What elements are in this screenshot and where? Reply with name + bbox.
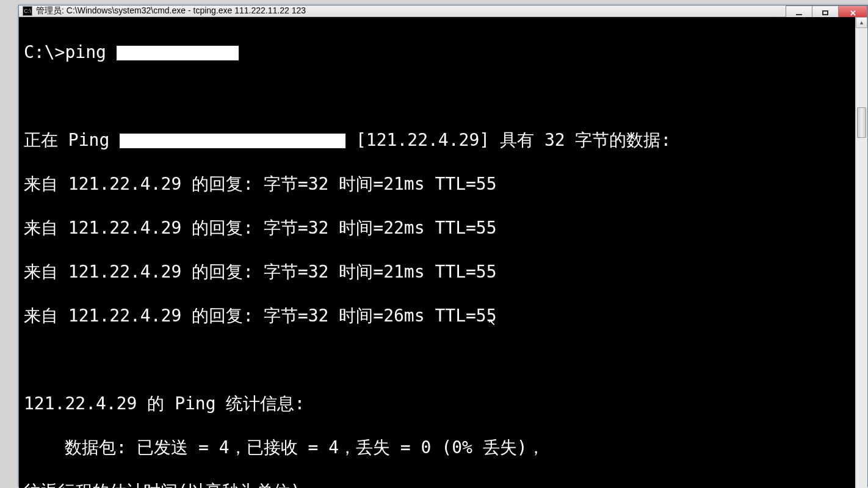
cmd-icon: C:\ [23,6,32,16]
terminal-area: C:\>ping 正在 Ping [121.22.4.29] 具有 32 字节的… [19,17,867,488]
redacted-fqdn [120,134,345,148]
terminal-output[interactable]: C:\>ping 正在 Ping [121.22.4.29] 具有 32 字节的… [19,17,867,488]
scroll-up-arrow-icon[interactable]: ▲ [856,17,867,28]
cmd-line: C:\>ping [24,41,863,63]
ping-reply: 来自 121.22.4.29 的回复: 字节=32 时间=26ms TTL=55 [24,305,863,327]
stats-packets: 数据包: 已发送 = 4，已接收 = 4，丢失 = 0 (0% 丢失)， [24,437,863,459]
scroll-thumb[interactable] [857,107,866,138]
vertical-scrollbar[interactable]: ▲ ▼ [855,17,867,488]
rtt-header: 往返行程的估计时间(以毫秒为单位): [24,481,863,488]
window-title: 管理员: C:\Windows\system32\cmd.exe - tcpin… [36,5,306,16]
ping-header: 正在 Ping [121.22.4.29] 具有 32 字节的数据: [24,129,863,151]
stats-header: 121.22.4.29 的 Ping 统计信息: [24,393,863,415]
ping-reply: 来自 121.22.4.29 的回复: 字节=32 时间=22ms TTL=55 [24,217,863,239]
cmd-window: C:\ 管理员: C:\Windows\system32\cmd.exe - t… [18,5,868,487]
ping-reply: 来自 121.22.4.29 的回复: 字节=32 时间=21ms TTL=55 [24,173,863,195]
redacted-hostname [117,46,239,60]
titlebar[interactable]: C:\ 管理员: C:\Windows\system32\cmd.exe - t… [19,5,867,17]
ping-reply: 来自 121.22.4.29 的回复: 字节=32 时间=21ms TTL=55 [24,261,863,283]
scroll-track[interactable] [856,28,867,488]
